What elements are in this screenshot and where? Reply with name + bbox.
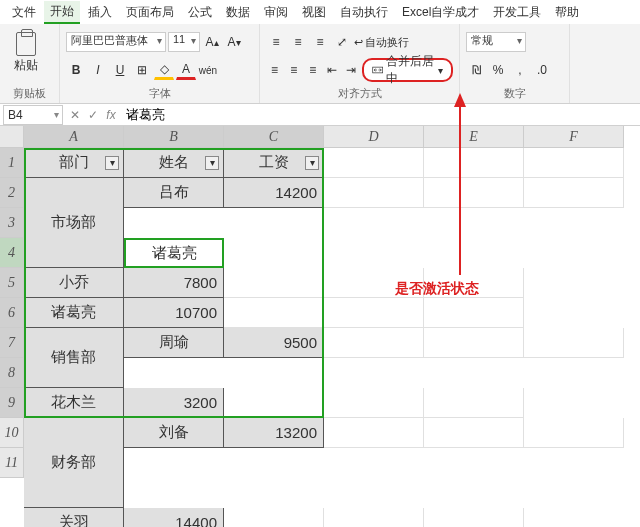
- cell[interactable]: 14400: [124, 508, 224, 527]
- row-head[interactable]: 9: [0, 388, 24, 418]
- menu-item[interactable]: 插入: [82, 2, 118, 23]
- cell[interactable]: [224, 388, 324, 418]
- align-bot-icon[interactable]: ≡: [310, 32, 330, 52]
- cell-grid[interactable]: 部门姓名工资市场部吕布14200小乔7800诸葛亮10700销售部周瑜9500花…: [24, 148, 624, 527]
- cell[interactable]: [324, 418, 424, 448]
- cell[interactable]: [524, 148, 624, 178]
- cell[interactable]: [524, 328, 624, 358]
- cell[interactable]: [324, 508, 424, 527]
- cell[interactable]: 诸葛亮: [24, 298, 124, 328]
- inc-decimal-icon[interactable]: .0: [532, 60, 552, 80]
- indent-dec-icon[interactable]: ⇤: [323, 60, 340, 80]
- menu-item[interactable]: 帮助: [549, 2, 585, 23]
- cell[interactable]: 姓名: [124, 148, 224, 178]
- menu-item[interactable]: 页面布局: [120, 2, 180, 23]
- cell[interactable]: 吕布: [124, 178, 224, 208]
- row-head[interactable]: 1: [0, 148, 24, 178]
- menu-item[interactable]: Excel自学成才: [396, 2, 485, 23]
- cell[interactable]: [424, 418, 524, 448]
- currency-icon[interactable]: ₪: [466, 60, 486, 80]
- menu-item[interactable]: 视图: [296, 2, 332, 23]
- formula-input[interactable]: [120, 105, 640, 125]
- cell[interactable]: 13200: [224, 418, 324, 448]
- italic-icon[interactable]: I: [88, 60, 108, 80]
- font-size-select[interactable]: 11: [168, 32, 200, 52]
- cell[interactable]: [224, 268, 324, 298]
- orientation-icon[interactable]: ⤢: [332, 32, 352, 52]
- cell[interactable]: 7800: [124, 268, 224, 298]
- cell[interactable]: [424, 508, 524, 527]
- row-head[interactable]: 3: [0, 208, 24, 238]
- cell[interactable]: [424, 178, 524, 208]
- paste-button[interactable]: 粘贴: [6, 28, 46, 78]
- decrease-font-icon[interactable]: A▾: [224, 32, 244, 52]
- col-head[interactable]: D: [324, 126, 424, 148]
- cell[interactable]: 关羽: [24, 508, 124, 527]
- cell[interactable]: 10700: [124, 298, 224, 328]
- row-head[interactable]: 10: [0, 418, 24, 448]
- bold-icon[interactable]: B: [66, 60, 86, 80]
- cell[interactable]: [324, 148, 424, 178]
- row-head[interactable]: 11: [0, 448, 24, 478]
- cell[interactable]: 14200: [224, 178, 324, 208]
- cancel-icon[interactable]: ✕: [66, 108, 84, 122]
- cell[interactable]: 3200: [124, 388, 224, 418]
- name-box[interactable]: B4: [3, 105, 63, 125]
- indent-inc-icon[interactable]: ⇥: [343, 60, 360, 80]
- align-right-icon[interactable]: ≡: [304, 60, 321, 80]
- col-head[interactable]: A: [24, 126, 124, 148]
- col-head[interactable]: B: [124, 126, 224, 148]
- row-head[interactable]: 7: [0, 328, 24, 358]
- fx-icon[interactable]: fx: [102, 108, 120, 122]
- menu-item[interactable]: 公式: [182, 2, 218, 23]
- number-format-select[interactable]: 常规: [466, 32, 526, 52]
- row-head[interactable]: 4: [0, 238, 24, 268]
- cell[interactable]: [224, 508, 324, 527]
- cell[interactable]: 小乔: [24, 268, 124, 298]
- merge-center-button[interactable]: 合并后居中 ▾: [362, 58, 453, 82]
- row-head[interactable]: 5: [0, 268, 24, 298]
- col-head[interactable]: C: [224, 126, 324, 148]
- cell[interactable]: 刘备: [124, 418, 224, 448]
- col-head[interactable]: E: [424, 126, 524, 148]
- menu-item[interactable]: 自动执行: [334, 2, 394, 23]
- cell[interactable]: [324, 178, 424, 208]
- row-head[interactable]: 8: [0, 358, 24, 388]
- align-left-icon[interactable]: ≡: [266, 60, 283, 80]
- cell[interactable]: [224, 298, 324, 328]
- cell[interactable]: 部门: [24, 148, 124, 178]
- dept-cell[interactable]: 销售部: [24, 328, 124, 388]
- increase-font-icon[interactable]: A▴: [202, 32, 222, 52]
- col-head[interactable]: F: [524, 126, 624, 148]
- percent-icon[interactable]: %: [488, 60, 508, 80]
- cell[interactable]: 周瑜: [124, 328, 224, 358]
- border-icon[interactable]: ⊞: [132, 60, 152, 80]
- cell[interactable]: [424, 298, 524, 328]
- cell[interactable]: [324, 298, 424, 328]
- row-head[interactable]: 6: [0, 298, 24, 328]
- menu-item[interactable]: 开发工具: [487, 2, 547, 23]
- menu-item[interactable]: 数据: [220, 2, 256, 23]
- enter-icon[interactable]: ✓: [84, 108, 102, 122]
- row-head[interactable]: 2: [0, 178, 24, 208]
- cell[interactable]: [524, 178, 624, 208]
- dept-cell[interactable]: 市场部: [24, 178, 124, 268]
- fill-color-icon[interactable]: ◇: [154, 60, 174, 80]
- font-color-icon[interactable]: A: [176, 60, 196, 80]
- align-top-icon[interactable]: ≡: [266, 32, 286, 52]
- menu-item[interactable]: 文件: [6, 2, 42, 23]
- select-all-corner[interactable]: [0, 126, 24, 148]
- phonetic-icon[interactable]: wén: [198, 60, 218, 80]
- menu-item[interactable]: 开始: [44, 1, 80, 24]
- cell[interactable]: [324, 328, 424, 358]
- align-center-icon[interactable]: ≡: [285, 60, 302, 80]
- cell[interactable]: [524, 418, 624, 448]
- cell[interactable]: 工资: [224, 148, 324, 178]
- underline-icon[interactable]: U: [110, 60, 130, 80]
- cell[interactable]: [424, 388, 524, 418]
- dept-cell[interactable]: 财务部: [24, 418, 124, 508]
- cell[interactable]: 花木兰: [24, 388, 124, 418]
- cell[interactable]: [324, 388, 424, 418]
- align-mid-icon[interactable]: ≡: [288, 32, 308, 52]
- comma-icon[interactable]: ,: [510, 60, 530, 80]
